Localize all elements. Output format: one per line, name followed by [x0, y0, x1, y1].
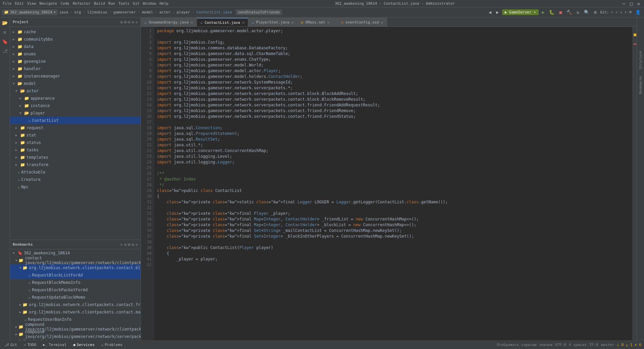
bottom-tab-problems[interactable]: ⚠ Problems	[99, 342, 125, 348]
profile-btn[interactable]: 👤	[634, 9, 642, 15]
project-panel-actions[interactable]: ⚙ ⊞ ⊟ ≡ ✕	[120, 20, 138, 24]
indent-status[interactable]: 4 spaces	[569, 343, 587, 347]
tree-folder-player[interactable]: ▼ 📂 player	[10, 109, 141, 117]
panel-settings-btn[interactable]: ≡	[132, 20, 134, 24]
side-bookmark-icon[interactable]: 🔖	[1, 38, 9, 46]
toolbar-back-btn[interactable]: ◀	[487, 9, 493, 15]
file-tree[interactable]: ▶ 📁 cache ▶ 📁 communitybbs ▶ 📁 data ▶ 📁 …	[10, 27, 141, 240]
close-btn[interactable]: ✕	[636, 1, 641, 6]
tree-folder-appearance[interactable]: ▶ 📁 appearance	[10, 95, 141, 102]
tree-file-attackable[interactable]: ☕ Attackable	[10, 168, 141, 176]
menu-item-window[interactable]: Window	[143, 1, 156, 6]
tree-folder-request[interactable]: ▶ 📁 request	[10, 124, 141, 132]
code-line[interactable]: import org.l2jmobius.gameserver.network.…	[154, 85, 633, 91]
breadcrumb-l2jmobius[interactable]: l2jmobius	[87, 10, 107, 14]
tab-snowmanenergy[interactable]: ☕ SnowmanEnergy.java ✕	[141, 18, 197, 27]
tree-folder-model[interactable]: ▼ 📂 model	[10, 80, 141, 87]
bookmark-friend[interactable]: ▶ 📁 org.l2jmobius.network.clientpackets.…	[10, 301, 141, 308]
code-line[interactable]: import org.l2jmobius.Config;	[154, 40, 633, 45]
code-line[interactable]: class="kw">private class="kw">static cla…	[154, 199, 633, 205]
tree-folder-handler[interactable]: ▶ 📁 handler	[10, 65, 141, 72]
breadcrumb-actor[interactable]: actor	[159, 10, 170, 14]
linesep-status[interactable]: TF-8	[589, 343, 598, 347]
code-line[interactable]: import org.l2jmobius.gameserver.network.…	[154, 91, 633, 97]
debug-btn[interactable]: 🐛	[548, 9, 556, 15]
bookmarks-edit-btn[interactable]: ✎	[120, 242, 123, 247]
side-git-icon[interactable]: ⎇	[1, 47, 9, 55]
code-line[interactable]: import org.l2jmobius.commons.database.Da…	[154, 45, 633, 51]
tree-folder-cache[interactable]: ▶ 📁 cache	[10, 28, 141, 36]
menu-item-code[interactable]: Code	[60, 1, 69, 6]
code-line[interactable]: import org.l2jmobius.gameserver.network.…	[154, 108, 633, 114]
hidden-icons-label[interactable]: Отображать скрытые значки	[497, 343, 552, 347]
code-line[interactable]: class="kw">private class="kw">final Map<…	[154, 216, 633, 222]
tree-folder-actor[interactable]: ▼ 📂 actor	[10, 87, 141, 95]
tree-folder-instance[interactable]: ▶ 📁 instance	[10, 102, 141, 109]
tree-file-npc[interactable]: ☕ Npc	[10, 183, 141, 191]
code-line[interactable]	[154, 119, 633, 125]
open-file-sendstatus[interactable]: sendStatusToFriends	[236, 9, 282, 15]
breadcrumb-file[interactable]: ContactList.java	[196, 10, 232, 14]
menu-item-file[interactable]: File	[3, 1, 12, 6]
code-line[interactable]: class="kw">private class="kw">final Map<…	[154, 222, 633, 228]
bottom-tab-git[interactable]: ⎇ Git	[3, 342, 19, 348]
build-btn[interactable]: 🔨	[565, 9, 573, 15]
breadcrumb-java[interactable]: java	[59, 10, 68, 14]
code-line[interactable]: import org.l2jmobius.gameserver.data.sql…	[154, 51, 633, 57]
code-line[interactable]: import java.sql.PreparedStatement;	[154, 131, 633, 137]
panel-close-btn[interactable]: ✕	[136, 20, 138, 24]
bottom-tab-services[interactable]: ◉ Services	[71, 342, 97, 348]
tree-folder-data[interactable]: ▶ 📁 data	[10, 43, 141, 50]
bottom-tab-terminal[interactable]: ▶_ Terminal	[41, 342, 68, 348]
bookmark-requestblockpacket[interactable]: ☕ RequestBlockPacketForAd	[10, 286, 141, 294]
code-line[interactable]: {	[154, 251, 633, 256]
bookmark-requestupdateblock[interactable]: ☕ RequestUpdateBlockMemo	[10, 294, 141, 301]
code-line[interactable]: import org.l2jmobius.gameserver.network.…	[154, 80, 633, 85]
bookmarks-list-btn[interactable]: ≡	[124, 242, 126, 247]
tab-close-playerstat[interactable]: ✕	[291, 20, 294, 25]
code-line[interactable]: /**	[154, 171, 633, 177]
breadcrumb-org[interactable]: org	[74, 10, 81, 14]
tree-folder-geoengine[interactable]: ▶ 📁 geoengine	[10, 58, 141, 65]
menu-item-help[interactable]: Help	[160, 1, 169, 6]
code-line[interactable]: class="kw">private class="kw">final Play…	[154, 211, 633, 216]
code-line[interactable]: _player = player;	[154, 256, 633, 262]
code-line[interactable]: import java.sql.ResultSet;	[154, 137, 633, 142]
tree-file-creature[interactable]: ☕ Creature	[10, 176, 141, 183]
tab-close-xmass[interactable]: ✕	[327, 20, 330, 25]
breadcrumb-player[interactable]: player	[177, 10, 190, 14]
settings-btn[interactable]: ⚙	[593, 9, 598, 15]
bookmark-requestblockmemo[interactable]: ☕ RequestBlockMemoInfo	[10, 279, 141, 286]
side-structure-icon[interactable]: ≡	[1, 28, 9, 36]
menu-item-navigate[interactable]: Navigate	[40, 1, 57, 6]
menu-item-tools[interactable]: Tools	[118, 1, 129, 6]
tree-file-contactlist[interactable]: ☕ ContactList	[10, 117, 141, 124]
code-line[interactable]: class="kw">public ContactList(Player pla…	[154, 245, 633, 251]
bookmarks-header[interactable]: Bookmarks ✎ ≡ ⊞ ⚙ ✕	[10, 240, 141, 249]
bookmarks-tree-btn[interactable]: ⊞	[128, 242, 130, 247]
tree-folder-transform[interactable]: ▶ 📁 transform	[10, 161, 141, 168]
panel-config-btn[interactable]: ⚙	[120, 20, 123, 24]
window-controls[interactable]: ─ □ ✕	[621, 1, 641, 6]
code-line[interactable]	[154, 205, 633, 211]
menu-item-edit[interactable]: Edit	[15, 1, 24, 6]
panel-collapse-btn[interactable]: ⊟	[128, 20, 130, 24]
scrollbar-gutter[interactable]	[633, 27, 637, 340]
bookmark-compound2[interactable]: ▶ 📁 compound java/org/l2jmobius/gameserv…	[10, 331, 141, 338]
project-selector[interactable]: 📁 362_awakening_10614 ▾	[2, 9, 58, 15]
code-line[interactable]: import org.l2jmobius.gameserver.model.Wo…	[154, 62, 633, 68]
code-line[interactable]	[154, 34, 633, 40]
sync-btn[interactable]: ↻	[575, 9, 581, 15]
toolbar-fwd-btn[interactable]: ▶	[495, 9, 500, 15]
bottom-tab-todo[interactable]: ✓ TODO	[22, 342, 38, 348]
tree-folder-instancemanager[interactable]: ▶ 📁 instancemanager	[10, 72, 141, 80]
encoding-status[interactable]: UTF-8	[555, 343, 566, 347]
tree-folder-tasks[interactable]: ▶ 📁 tasks	[10, 146, 141, 154]
code-line[interactable]: import java.sql.Connection;	[154, 125, 633, 131]
side-project-icon[interactable]: 📂	[1, 19, 9, 27]
code-line[interactable]: * @author Index	[154, 177, 633, 182]
bookmarks-close-btn[interactable]: ✕	[136, 242, 138, 247]
menu-item-git[interactable]: Git	[133, 1, 140, 6]
menu-item-refactor[interactable]: Refactor	[73, 1, 91, 6]
bookmarks-label[interactable]: Bookmarks	[639, 76, 642, 94]
